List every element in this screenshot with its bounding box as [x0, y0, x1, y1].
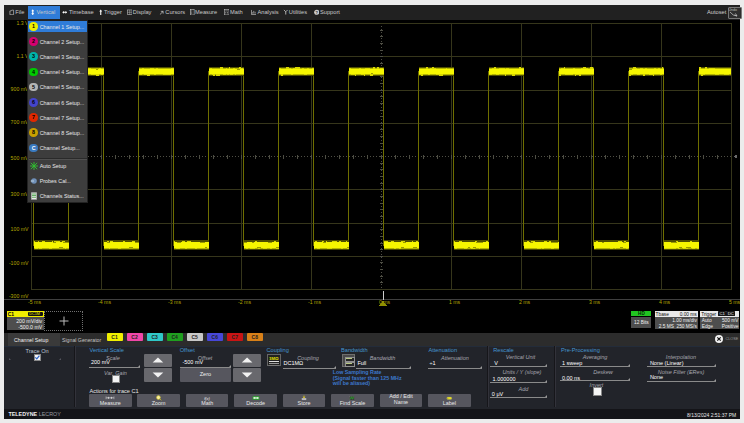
- svg-text:1 ms: 1 ms: [449, 299, 461, 305]
- svg-text:2 ms: 2 ms: [519, 299, 531, 305]
- svg-text:-1 ms: -1 ms: [308, 299, 321, 305]
- svg-text:3 ms: 3 ms: [589, 299, 601, 305]
- svg-text:5 ms: 5 ms: [729, 299, 741, 305]
- svg-text:-2 ms: -2 ms: [238, 299, 251, 305]
- svg-text:-100 mV: -100 mV: [9, 260, 29, 266]
- svg-text:-5 ms: -5 ms: [28, 299, 41, 305]
- svg-text:-4 ms: -4 ms: [98, 299, 111, 305]
- svg-text:4 ms: 4 ms: [659, 299, 671, 305]
- svg-text:-3 ms: -3 ms: [168, 299, 181, 305]
- svg-text:-300 mV: -300 mV: [9, 293, 29, 299]
- svg-text:100 mV: 100 mV: [11, 226, 29, 232]
